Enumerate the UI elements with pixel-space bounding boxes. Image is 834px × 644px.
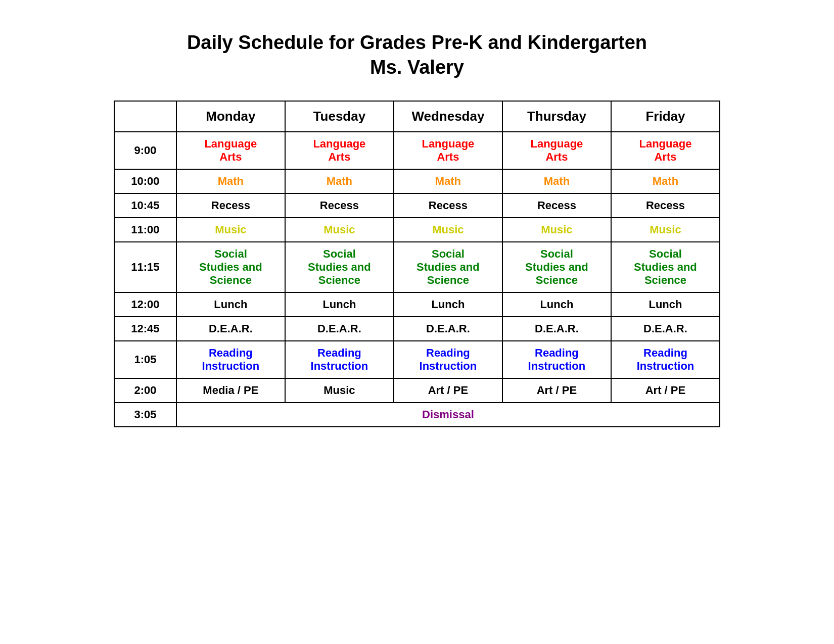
cell-thursday: LanguageArts bbox=[502, 132, 611, 169]
cell-wednesday: Recess bbox=[394, 193, 502, 218]
cell-wednesday: ReadingInstruction bbox=[394, 341, 502, 378]
header-row: Monday Tuesday Wednesday Thursday Friday bbox=[114, 101, 720, 132]
cell-monday: LanguageArts bbox=[176, 132, 285, 169]
cell-wednesday: D.E.A.R. bbox=[394, 317, 502, 341]
cell-thursday: Music bbox=[502, 218, 611, 242]
cell-wednesday: Lunch bbox=[394, 292, 502, 317]
cell-thursday: SocialStudies andScience bbox=[502, 242, 611, 292]
time-cell: 10:45 bbox=[114, 193, 176, 218]
table-row: 11:00MusicMusicMusicMusicMusic bbox=[114, 218, 720, 242]
schedule-body: 9:00LanguageArtsLanguageArtsLanguageArts… bbox=[114, 132, 720, 427]
cell-thursday: ReadingInstruction bbox=[502, 341, 611, 378]
cell-monday: ReadingInstruction bbox=[176, 341, 285, 378]
cell-tuesday: SocialStudies andScience bbox=[285, 242, 394, 292]
cell-tuesday: ReadingInstruction bbox=[285, 341, 394, 378]
time-cell: 1:05 bbox=[114, 341, 176, 378]
time-cell: 10:00 bbox=[114, 169, 176, 193]
schedule-table: Monday Tuesday Wednesday Thursday Friday… bbox=[114, 101, 720, 427]
cell-tuesday: Music bbox=[285, 378, 394, 403]
cell-tuesday: Recess bbox=[285, 193, 394, 218]
table-row: 3:05Dismissal bbox=[114, 403, 720, 427]
cell-wednesday: Art / PE bbox=[394, 378, 502, 403]
header-thursday: Thursday bbox=[502, 101, 611, 132]
title-line2: Ms. Valery bbox=[187, 55, 647, 80]
cell-thursday: Lunch bbox=[502, 292, 611, 317]
cell-wednesday: Math bbox=[394, 169, 502, 193]
table-row: 1:05ReadingInstructionReadingInstruction… bbox=[114, 341, 720, 378]
page-title: Daily Schedule for Grades Pre-K and Kind… bbox=[187, 30, 647, 80]
cell-monday: Media / PE bbox=[176, 378, 285, 403]
cell-friday: Music bbox=[611, 218, 720, 242]
cell-friday: SocialStudies andScience bbox=[611, 242, 720, 292]
header-wednesday: Wednesday bbox=[394, 101, 502, 132]
cell-monday: Recess bbox=[176, 193, 285, 218]
table-row: 12:00LunchLunchLunchLunchLunch bbox=[114, 292, 720, 317]
cell-tuesday: Math bbox=[285, 169, 394, 193]
cell-friday: Math bbox=[611, 169, 720, 193]
time-cell: 2:00 bbox=[114, 378, 176, 403]
time-cell: 11:00 bbox=[114, 218, 176, 242]
cell-friday: Art / PE bbox=[611, 378, 720, 403]
table-row: 12:45D.E.A.R.D.E.A.R.D.E.A.R.D.E.A.R.D.E… bbox=[114, 317, 720, 341]
header-time bbox=[114, 101, 176, 132]
cell-thursday: Math bbox=[502, 169, 611, 193]
table-row: 10:45RecessRecessRecessRecessRecess bbox=[114, 193, 720, 218]
cell-tuesday: Music bbox=[285, 218, 394, 242]
table-row: 9:00LanguageArtsLanguageArtsLanguageArts… bbox=[114, 132, 720, 169]
cell-thursday: Art / PE bbox=[502, 378, 611, 403]
table-row: 11:15SocialStudies andScienceSocialStudi… bbox=[114, 242, 720, 292]
time-cell: 11:15 bbox=[114, 242, 176, 292]
time-cell: 3:05 bbox=[114, 403, 176, 427]
time-cell: 9:00 bbox=[114, 132, 176, 169]
cell-wednesday: SocialStudies andScience bbox=[394, 242, 502, 292]
cell-friday: ReadingInstruction bbox=[611, 341, 720, 378]
cell-monday: D.E.A.R. bbox=[176, 317, 285, 341]
cell-tuesday: D.E.A.R. bbox=[285, 317, 394, 341]
table-row: 10:00MathMathMathMathMath bbox=[114, 169, 720, 193]
header-monday: Monday bbox=[176, 101, 285, 132]
table-row: 2:00Media / PEMusicArt / PEArt / PEArt /… bbox=[114, 378, 720, 403]
header-friday: Friday bbox=[611, 101, 720, 132]
cell-monday: Math bbox=[176, 169, 285, 193]
time-cell: 12:45 bbox=[114, 317, 176, 341]
time-cell: 12:00 bbox=[114, 292, 176, 317]
cell-monday: Music bbox=[176, 218, 285, 242]
title-line1: Daily Schedule for Grades Pre-K and Kind… bbox=[187, 30, 647, 55]
header-tuesday: Tuesday bbox=[285, 101, 394, 132]
cell-friday: Recess bbox=[611, 193, 720, 218]
cell-tuesday: LanguageArts bbox=[285, 132, 394, 169]
dismissal-cell: Dismissal bbox=[176, 403, 720, 427]
cell-monday: Lunch bbox=[176, 292, 285, 317]
cell-thursday: Recess bbox=[502, 193, 611, 218]
cell-wednesday: LanguageArts bbox=[394, 132, 502, 169]
cell-wednesday: Music bbox=[394, 218, 502, 242]
cell-tuesday: Lunch bbox=[285, 292, 394, 317]
cell-friday: D.E.A.R. bbox=[611, 317, 720, 341]
cell-thursday: D.E.A.R. bbox=[502, 317, 611, 341]
cell-friday: Lunch bbox=[611, 292, 720, 317]
cell-monday: SocialStudies andScience bbox=[176, 242, 285, 292]
cell-friday: LanguageArts bbox=[611, 132, 720, 169]
